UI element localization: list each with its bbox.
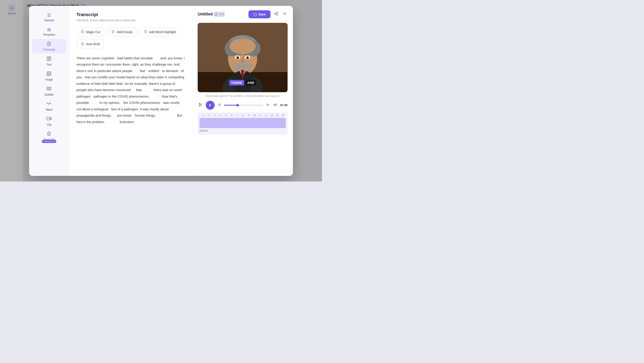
tick-5: 5: [223, 114, 229, 117]
svg-marker-9: [50, 118, 51, 120]
play-button[interactable]: [206, 101, 215, 110]
svg-point-31: [246, 56, 249, 59]
sidebar-label-clip: Clip: [47, 123, 52, 126]
preview-edit-button[interactable]: Edit: [214, 12, 224, 16]
sidebar-label-text: Text: [46, 63, 52, 66]
sidebar-item-subtitle[interactable]: Subtitle: [32, 84, 66, 99]
timeline-track[interactable]: [200, 118, 286, 128]
pause-dot: · ·: [113, 114, 116, 117]
video-caption: THERE ARE: [229, 80, 256, 86]
sidebar-item-wave[interactable]: Wave: [32, 99, 66, 114]
modal-sidebar: ☰ General ⊞ Templates Transcript: [29, 6, 69, 176]
pause-dot: · · ·: [154, 57, 159, 60]
add-word-highlight-button[interactable]: Add Word Highlight: [140, 27, 180, 37]
tick-12: 12: [263, 114, 268, 117]
share-button[interactable]: [273, 11, 279, 18]
magic-cut-label: Magic Cut: [86, 30, 100, 34]
video-controls: 01:00: [198, 101, 288, 110]
timeline-ruler: 1 2 3 4 5 6 7 8 9 10 11 12 13 14 15: [200, 114, 286, 117]
volume-button[interactable]: [272, 102, 278, 108]
tick-2: 2: [206, 114, 212, 117]
rewind-start-button[interactable]: [217, 102, 222, 108]
templates-icon: ⊞: [47, 27, 51, 32]
sidebar-item-templates[interactable]: ⊞ Templates: [32, 25, 66, 39]
sidebar-item-clip[interactable]: Clip: [32, 114, 66, 128]
auto-broll-icon: [81, 42, 84, 46]
tick-15: 15: [280, 114, 286, 117]
magic-cut-button[interactable]: Magic Cut: [76, 27, 104, 37]
svg-marker-40: [209, 104, 211, 106]
progress-area[interactable]: [224, 105, 263, 106]
pause-dot: ·: [83, 76, 84, 79]
svg-line-14: [276, 14, 276, 15]
preview-title: Untitled: [198, 12, 213, 17]
sidebar-item-image[interactable]: Image: [32, 69, 66, 84]
pause-dot: · · · ·: [90, 102, 98, 104]
pause-dot: · · · · · ·: [106, 121, 118, 124]
svg-point-12: [274, 13, 276, 14]
add-word-highlight-label: Add Word Highlight: [149, 30, 176, 34]
tick-14: 14: [274, 114, 280, 117]
svg-point-36: [199, 105, 200, 106]
svg-point-34: [232, 63, 253, 71]
brand-kit-icon: [46, 131, 52, 137]
modal-overlay: ☰ General ⊞ Templates Transcript: [0, 0, 322, 182]
save-button[interactable]: Save: [248, 10, 270, 18]
rewind-end-button[interactable]: [266, 102, 270, 108]
svg-point-13: [276, 14, 278, 16]
scissors-button[interactable]: [198, 102, 204, 109]
image-icon: [46, 71, 52, 77]
tick-1: 1: [200, 114, 206, 117]
progress-bar[interactable]: [224, 105, 263, 106]
auto-broll-button[interactable]: Auto Broll: [76, 39, 104, 49]
transcript-subtitle: Add Broll, Emoji, edit/remove text in tr…: [76, 19, 185, 22]
sidebar-item-brand-kit[interactable]: Brand Kit Coming soon: [32, 129, 66, 143]
pause-dot: ·: [146, 70, 147, 73]
sidebar-label-image: Image: [46, 78, 53, 81]
sidebar-item-transcript[interactable]: Transcript: [32, 39, 66, 54]
pause-dot: · ·: [132, 89, 135, 92]
svg-rect-10: [47, 117, 50, 120]
sidebar-item-general[interactable]: ☰ General: [32, 10, 66, 24]
svg-point-11: [276, 12, 278, 13]
sidebar-label-templates: Templates: [43, 33, 55, 36]
general-icon: ☰: [47, 13, 51, 18]
tick-13: 13: [269, 114, 274, 117]
svg-marker-43: [267, 104, 268, 106]
preview-header: Untitled Edit: [198, 10, 288, 18]
sidebar-label-subtitle: Subtitle: [44, 93, 54, 96]
save-label: Save: [258, 13, 266, 16]
wave-icon: [46, 101, 52, 107]
caption-word-are: ARE: [246, 80, 256, 86]
svg-marker-41: [219, 104, 220, 106]
sidebar-item-text[interactable]: Text: [32, 54, 66, 69]
transcript-title: Transcript: [76, 12, 185, 17]
svg-line-38: [201, 105, 202, 106]
transcript-panel: Transcript Add Broll, Emoji, edit/remove…: [69, 6, 192, 176]
sidebar-label-wave: Wave: [46, 108, 52, 111]
tick-8: 8: [240, 114, 246, 117]
pause-dot: · · ·: [133, 70, 139, 73]
tick-9: 9: [246, 114, 252, 117]
progress-thumb: [236, 104, 239, 107]
close-button[interactable]: [282, 11, 288, 18]
pause-dot: ·: [161, 102, 162, 104]
tick-4: 4: [217, 114, 223, 117]
svg-marker-45: [274, 104, 275, 106]
svg-point-30: [236, 56, 239, 59]
time-display: 01:00: [280, 103, 288, 107]
add-emojis-label: Add Emojis: [117, 30, 132, 34]
auto-broll-label: Auto Broll: [86, 42, 100, 46]
tick-7: 7: [234, 114, 240, 117]
clip-icon: [46, 116, 52, 122]
transcript-icon: [46, 41, 52, 47]
tick-10: 10: [252, 114, 257, 117]
preview-actions: Save: [248, 10, 288, 18]
svg-point-5: [48, 73, 49, 73]
transcript-buttons: Magic Cut Add Emojis: [76, 27, 185, 49]
timeline-area[interactable]: 1 2 3 4 5 6 7 8 9 10 11 12 13 14 15: [198, 112, 288, 135]
pause-dot: · · · · ·: [142, 89, 153, 92]
pause-dot: ·: [122, 102, 122, 104]
add-emojis-button[interactable]: Add Emojis: [107, 27, 137, 37]
sidebar-label-general: General: [44, 19, 54, 22]
